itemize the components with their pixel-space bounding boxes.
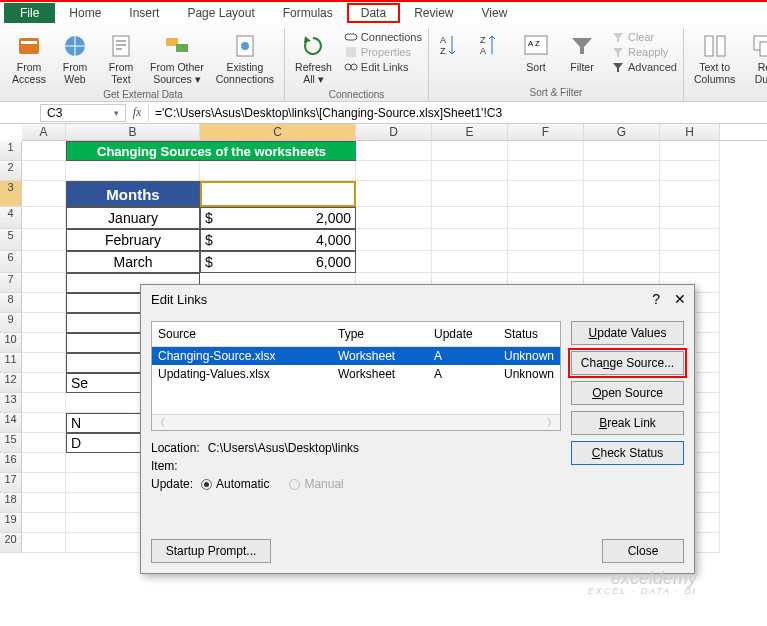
tab-insert[interactable]: Insert	[115, 3, 173, 23]
automatic-radio[interactable]: Automatic	[201, 475, 269, 493]
dialog-title: Edit Links	[151, 292, 207, 307]
tab-home[interactable]: Home	[55, 3, 115, 23]
group-connections: Refresh All ▾ Connections Properties Edi…	[285, 28, 429, 101]
from-web-button[interactable]: From Web	[54, 30, 96, 87]
reapply-icon	[611, 45, 625, 59]
advanced-icon	[611, 60, 625, 74]
table-cell[interactable]: $4,000	[200, 229, 356, 251]
from-other-button[interactable]: From Other Sources ▾	[146, 30, 208, 87]
table-cell[interactable]: March	[66, 251, 200, 273]
existing-conn-button[interactable]: Existing Connections	[212, 30, 278, 87]
group-data-tools: Text to Columns Re Dup	[684, 28, 767, 101]
startup-prompt-button[interactable]: Startup Prompt...	[151, 539, 271, 563]
columns-icon	[701, 32, 729, 60]
properties-button[interactable]: Properties	[344, 45, 422, 59]
column-headers[interactable]: ABCDEFGH	[22, 124, 767, 141]
tab-formulas[interactable]: Formulas	[269, 3, 347, 23]
links-listbox[interactable]: SourceTypeUpdateStatus Changing-Source.x…	[151, 321, 561, 431]
table-cell[interactable]: February	[66, 229, 200, 251]
ribbon-tabs: File Home Insert Page Layout Formulas Da…	[0, 0, 767, 24]
header-months: Months	[66, 181, 200, 207]
remove-dup-button[interactable]: Re Dup	[743, 30, 767, 87]
help-button[interactable]: ?	[652, 291, 660, 307]
svg-rect-0	[19, 38, 39, 54]
from-text-button[interactable]: From Text	[100, 30, 142, 87]
funnel-icon	[568, 32, 596, 60]
clear-icon	[611, 30, 625, 44]
banner: Changing Sources of the worksheets	[66, 141, 356, 161]
open-source-button[interactable]: Open Source	[571, 381, 684, 405]
filter-button[interactable]: Filter	[561, 30, 603, 76]
edit-links-button[interactable]: Edit Links	[344, 60, 422, 74]
dup-icon	[750, 32, 767, 60]
clear-button[interactable]: Clear	[611, 30, 677, 44]
svg-point-10	[345, 64, 351, 70]
sort-za-button[interactable]: ZA	[475, 30, 511, 62]
group-sort-filter: AZ ZA A ZSort Filter Clear Reapply Advan…	[429, 28, 684, 101]
globe-icon	[61, 32, 89, 60]
list-header: SourceTypeUpdateStatus	[152, 322, 560, 347]
svg-text:Z: Z	[440, 46, 446, 56]
close-icon[interactable]: ✕	[674, 291, 686, 307]
break-link-button[interactable]: Break Link	[571, 411, 684, 435]
refresh-icon	[299, 32, 327, 60]
group-label: Get External Data	[103, 87, 182, 103]
tab-data[interactable]: Data	[347, 3, 400, 23]
group-label: Connections	[329, 87, 385, 103]
location-value: C:\Users\Asus\Desktop\links	[208, 439, 359, 457]
svg-text:A: A	[440, 35, 446, 45]
sort-icon: A Z	[522, 32, 550, 60]
svg-text:Z: Z	[480, 35, 486, 45]
svg-text:A: A	[480, 46, 486, 56]
ribbon: From Access From Web From Text From Othe…	[0, 24, 767, 102]
group-external-data: From Access From Web From Text From Othe…	[2, 28, 285, 101]
link-icon	[344, 30, 358, 44]
svg-rect-8	[345, 34, 357, 40]
sort-asc-icon: AZ	[439, 32, 467, 60]
connections-button[interactable]: Connections	[344, 30, 422, 44]
horizontal-scrollbar[interactable]: 〈〉	[152, 414, 560, 430]
fx-icon[interactable]: fx	[126, 105, 148, 120]
reapply-button[interactable]: Reapply	[611, 45, 677, 59]
watermark: exceldemyEXCEL · DATA · BI	[588, 569, 697, 596]
tab-file[interactable]: File	[4, 3, 55, 23]
refresh-all-button[interactable]: Refresh All ▾	[291, 30, 336, 87]
sort-button[interactable]: A ZSort	[515, 30, 557, 76]
table-cell[interactable]: $2,000	[200, 207, 356, 229]
edit-links-dialog: Edit Links ?✕ SourceTypeUpdateStatus Cha…	[140, 284, 695, 574]
advanced-button[interactable]: Advanced	[611, 60, 677, 74]
cell-c3[interactable]: Sales by Bob	[200, 181, 356, 207]
text-to-columns-button[interactable]: Text to Columns	[690, 30, 739, 87]
manual-radio[interactable]: Manual	[289, 475, 343, 493]
table-cell[interactable]: January	[66, 207, 200, 229]
formula-bar: C3 fx ='C:\Users\Asus\Desktop\links\[Cha…	[0, 102, 767, 124]
svg-text:A Z: A Z	[528, 39, 540, 48]
svg-rect-1	[21, 41, 37, 44]
group-label: Sort & Filter	[530, 85, 583, 101]
svg-rect-3	[113, 36, 129, 56]
formula-input[interactable]: ='C:\Users\Asus\Desktop\links\[Changing-…	[148, 104, 767, 122]
sort-az-button[interactable]: AZ	[435, 30, 471, 62]
database-icon	[15, 32, 43, 60]
svg-rect-18	[705, 36, 713, 56]
table-cell[interactable]: $6,000	[200, 251, 356, 273]
connection-icon	[231, 32, 259, 60]
svg-rect-9	[346, 47, 356, 57]
check-status-button[interactable]: Check Status	[571, 441, 684, 465]
list-item[interactable]: Changing-Source.xlsxWorksheetAUnknown	[152, 347, 560, 365]
textfile-icon	[107, 32, 135, 60]
tab-pagelayout[interactable]: Page Layout	[173, 3, 268, 23]
name-box[interactable]: C3	[40, 104, 126, 122]
sort-desc-icon: ZA	[479, 32, 507, 60]
list-item[interactable]: Updating-Values.xlsxWorksheetAUnknown	[152, 365, 560, 383]
tab-view[interactable]: View	[468, 3, 522, 23]
change-source-button[interactable]: Change Source...	[571, 351, 684, 375]
svg-point-7	[241, 42, 249, 50]
svg-rect-19	[717, 36, 725, 56]
props-icon	[344, 45, 358, 59]
tab-review[interactable]: Review	[400, 3, 467, 23]
sources-icon	[163, 32, 191, 60]
from-access-button[interactable]: From Access	[8, 30, 50, 87]
update-values-button[interactable]: Update Values	[571, 321, 684, 345]
close-button[interactable]: Close	[602, 539, 684, 563]
